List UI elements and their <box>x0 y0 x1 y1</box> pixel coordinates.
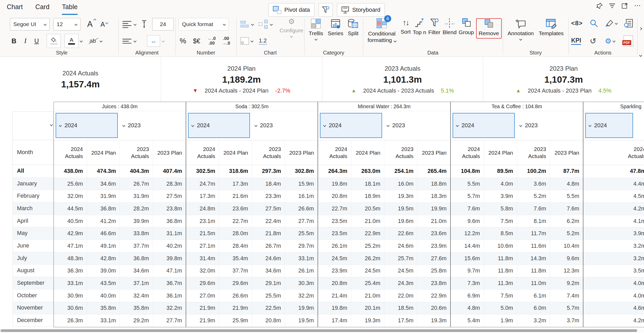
filter-button[interactable] <box>319 3 333 17</box>
kpi-title: 2023 Plan <box>549 65 578 72</box>
chevron-down-icon[interactable] <box>639 54 642 57</box>
year-group-2024-dropdown[interactable]: 2024 <box>453 113 515 138</box>
chevron-down-icon[interactable] <box>133 39 136 42</box>
currency-format-button[interactable]: $€ <box>193 37 200 45</box>
pivot-data-button[interactable]: Pivot data <box>268 3 314 17</box>
italic-button[interactable]: I <box>24 37 27 45</box>
year-group-2024-dropdown[interactable]: 2024 <box>585 113 633 138</box>
kpi-value: 1,101.3m <box>383 74 422 85</box>
decrease-decimals-button[interactable]: .00 →.0 <box>222 36 230 46</box>
month-column-group-header[interactable] <box>13 111 54 140</box>
bold-button[interactable]: B <box>11 37 16 45</box>
table-row: 17.4m19.3m17.5m19.3m <box>318 314 450 327</box>
configure-button[interactable]: ⚙ Configure <box>279 17 304 37</box>
value-cell: 19.5m <box>285 314 318 327</box>
chevron-down-icon[interactable] <box>250 39 253 42</box>
font-color-button[interactable]: A <box>65 34 79 48</box>
style-group: Segoe UI 12 A A B I U A <box>5 16 118 56</box>
font-size-select[interactable]: 12 <box>53 18 80 31</box>
quick-format-select[interactable]: Quick format <box>179 18 229 31</box>
value-cell: 438.0m <box>54 165 87 178</box>
split-button[interactable]: Split <box>348 19 359 37</box>
value-cell: 7.4m <box>550 290 583 302</box>
sort-button[interactable]: ↑↓ Sort <box>401 18 411 35</box>
more-options-icon[interactable]: ⋯ <box>634 2 641 10</box>
column-width-button[interactable]: ↔ <box>147 35 160 47</box>
conditional-formatting-button[interactable]: 6 Conditional formatting <box>365 18 399 43</box>
value-cell: 18.8m <box>417 178 450 190</box>
chevron-down-icon[interactable] <box>133 23 136 26</box>
scrollbar-thumb[interactable] <box>1 329 637 332</box>
trellis-button[interactable]: Trellis <box>309 19 323 40</box>
storyboard-button[interactable]: Storyboard <box>337 3 385 17</box>
tab-table[interactable]: Table <box>62 3 78 15</box>
chevron-down-icon <box>613 39 616 42</box>
underline-button[interactable]: U <box>34 37 39 45</box>
refresh-icon[interactable]: ↺ <box>590 37 596 46</box>
data-labels-button[interactable]: 1.2 <box>259 37 267 45</box>
chevron-down-icon[interactable] <box>162 39 165 42</box>
year-group-2024-dropdown[interactable]: 2024 <box>56 113 118 138</box>
strikethrough-button[interactable]: ab <box>90 38 96 44</box>
top-n-button[interactable]: ▼ Top n <box>413 18 426 35</box>
fill-color-button[interactable] <box>47 34 61 48</box>
row-height-icon[interactable] <box>142 20 147 28</box>
kpi-button[interactable]: KPI <box>571 37 581 45</box>
blend-button[interactable]: →← Blend <box>443 18 457 35</box>
chart-type-layout-icon[interactable] <box>241 37 249 45</box>
templates-button[interactable]: Templates <box>539 19 564 37</box>
annotation-button[interactable]: Annotation <box>508 19 534 40</box>
embed-code-button[interactable]: <8> <box>571 20 583 27</box>
year-group-2024-dropdown[interactable]: 2024 <box>188 113 250 138</box>
percent-format-button[interactable]: % <box>180 37 186 45</box>
decrease-font-button[interactable]: A <box>101 21 105 28</box>
increase-decimals-button[interactable]: ←.0 .00 <box>208 36 216 46</box>
pin-icon[interactable] <box>596 3 603 9</box>
table-row: 5.7m3.9m5.2m5.5m <box>451 190 583 202</box>
annotation-label: Annotation <box>508 30 534 37</box>
group-button[interactable]: Group <box>459 18 474 35</box>
kpi-card-2024-plan[interactable]: 2024 Plan 1,189.2m ▼ 2024 Actuals - 2024… <box>161 57 322 102</box>
row-height-input[interactable]: 24 <box>152 18 174 31</box>
split-icon <box>348 19 358 29</box>
horizontal-align-icon[interactable] <box>122 38 132 44</box>
value-cell: 41.2m <box>87 215 120 227</box>
horizontal-scrollbar[interactable] <box>0 328 644 333</box>
chevron-down-icon[interactable] <box>270 23 273 26</box>
storyboard-label: Storyboard <box>352 7 380 13</box>
filter-lines-icon[interactable] <box>609 3 615 8</box>
value-cell: 5.0m <box>484 302 517 314</box>
format-painter-button[interactable] <box>605 19 617 27</box>
focus-mode-icon[interactable] <box>622 3 628 9</box>
chevron-down-icon[interactable] <box>251 23 254 26</box>
year-group-2023-dropdown[interactable]: 2023 <box>123 113 141 138</box>
table-row: 47.8m43.8m <box>583 165 644 178</box>
value-cell: 23.8m <box>153 203 186 215</box>
search-icon[interactable] <box>590 19 598 27</box>
tab-chart[interactable]: Chart <box>7 3 23 15</box>
year-group-2023-dropdown[interactable]: 2023 <box>520 113 538 138</box>
filter-data-button[interactable]: Filter <box>428 18 441 35</box>
year-group-2024-dropdown[interactable]: 2024 <box>320 113 382 138</box>
year-group-2023-dropdown[interactable]: 2023 <box>387 113 405 138</box>
remove-button[interactable]: Remove <box>479 19 499 37</box>
export-pdf-button[interactable]: PDF <box>624 35 633 46</box>
kpi-card-2023-plan[interactable]: 2023 Plan 1,107.3m ▲ 2024 Actuals - 2023… <box>483 57 644 102</box>
value-cell: 42.8m <box>87 252 120 265</box>
chevron-down-icon[interactable] <box>80 39 83 42</box>
tab-card[interactable]: Card <box>35 3 49 15</box>
increase-font-button[interactable]: A <box>87 20 93 29</box>
value-cell: 34.6m <box>252 265 285 277</box>
font-name-select[interactable]: Segoe UI <box>10 18 50 31</box>
kpi-card-2024-actuals[interactable]: 2024 Actuals 1,157.4m <box>0 57 161 102</box>
settings-document-icon[interactable] <box>624 19 633 28</box>
chart-type-hierarchy-icon[interactable] <box>259 20 268 29</box>
year-group-2023-dropdown[interactable]: 2023 <box>255 113 273 138</box>
chevron-down-icon[interactable] <box>100 39 103 42</box>
chevron-right-icon[interactable] <box>639 27 642 30</box>
series-button[interactable]: Series <box>328 19 343 37</box>
chart-type-bars-icon[interactable] <box>241 20 249 28</box>
vertical-align-icon[interactable] <box>122 21 132 28</box>
kpi-card-2023-actuals[interactable]: 2023 Actuals 1,101.3m ▲ 2024 Actuals - 2… <box>322 57 483 102</box>
settings-button[interactable]: ⚙ <box>605 37 615 45</box>
